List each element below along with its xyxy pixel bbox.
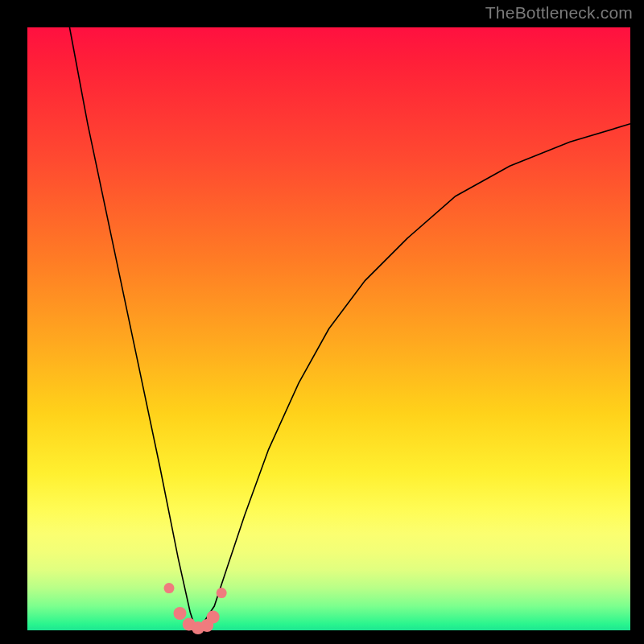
marker-group [164,583,227,634]
curve-marker [207,611,220,624]
chart-frame: TheBottleneck.com [0,0,644,644]
curve-marker [164,583,175,593]
curve-marker [217,588,227,598]
bottleneck-curve [69,27,630,630]
curve-marker [174,607,187,620]
watermark-text: TheBottleneck.com [485,3,633,23]
plot-area [27,27,630,630]
bottleneck-curve-svg [27,27,630,630]
